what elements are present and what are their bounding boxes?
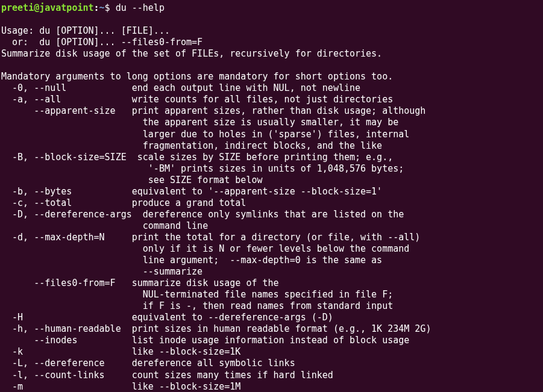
prompt-colon: : [94, 2, 99, 13]
out-line: -0, --null end each output line with NUL… [1, 82, 360, 93]
out-line: --inodes list inode usage information in… [1, 335, 409, 346]
out-line: -k like --block-size=1K [1, 346, 240, 357]
prompt-user: preeti [1, 2, 34, 13]
out-line: -B, --block-size=SIZE scale sizes by SIZ… [1, 152, 393, 163]
out-line: --files0-from=F summarize disk usage of … [1, 278, 279, 288]
out-line: fragmentation, indirect blocks, and the … [1, 140, 382, 151]
out-line: larger due to holes in ('sparse') files,… [1, 129, 409, 140]
out-line: -c, --total produce a grand total [1, 198, 246, 208]
out-line: -d, --max-depth=N print the total for a … [1, 232, 420, 243]
out-line: -H equivalent to --dereference-args (-D) [1, 312, 333, 323]
prompt-path: ~ [99, 2, 105, 13]
out-line: -b, --bytes equivalent to '--apparent-si… [1, 186, 382, 197]
out-line: the apparent size is usually smaller, it… [1, 117, 398, 128]
out-line: only if it is N or fewer levels below th… [1, 243, 409, 254]
out-line: NUL-terminated file names specified in f… [1, 289, 393, 300]
out-line: --apparent-size print apparent sizes, ra… [1, 105, 425, 116]
out-line: Summarize disk usage of the set of FILEs… [1, 48, 382, 59]
out-line: if F is -, then read names from standard… [1, 300, 393, 311]
out-line: command line [1, 220, 208, 231]
out-line: see SIZE format below [1, 175, 262, 185]
out-line: Usage: du [OPTION]... [FILE]... [1, 25, 170, 36]
out-line: --summarize [1, 266, 202, 277]
out-line: -a, --all write counts for all files, no… [1, 94, 393, 105]
out-line: -m like --block-size=1M [1, 381, 240, 392]
prompt-dollar: $ [105, 2, 116, 13]
command-text: du --help [116, 2, 165, 13]
out-line: or: du [OPTION]... --files0-from=F [1, 37, 202, 48]
out-line: '-BM' prints sizes in units of 1,048,576… [1, 163, 404, 174]
prompt-at: @ [34, 2, 39, 13]
out-line: -l, --count-links count sizes many times… [1, 370, 333, 381]
prompt-host: javatpoint [39, 2, 93, 13]
out-line: line argument; --max-depth=0 is the same… [1, 255, 382, 266]
out-line: -D, --dereference-args dereference only … [1, 209, 404, 220]
out-line: -L, --dereference dereference all symbol… [1, 358, 295, 369]
terminal-output[interactable]: preeti@javatpoint:~$ du --help Usage: du… [1, 2, 542, 392]
out-line: -h, --human-readable print sizes in huma… [1, 323, 431, 334]
prompt-line: preeti@javatpoint:~$ du --help [1, 2, 542, 14]
out-line: Mandatory arguments to long options are … [1, 71, 393, 82]
